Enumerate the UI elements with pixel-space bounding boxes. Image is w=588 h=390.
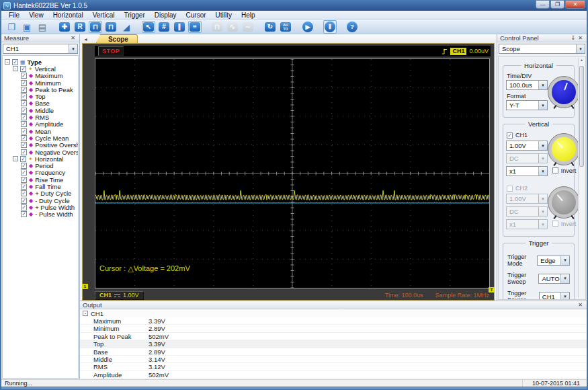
menu-horizontal[interactable]: Horizontal (48, 11, 88, 20)
tree-item-type[interactable]: -✓▦Type (3, 58, 78, 65)
horizontal-cursor-button[interactable]: ≡ (188, 21, 202, 33)
checkbox-icon[interactable]: ✓ (21, 128, 27, 134)
output-close-icon[interactable]: ✕ (577, 302, 584, 309)
help-button[interactable]: ? (345, 20, 359, 34)
timediv-select[interactable]: 100.0us▼ (506, 80, 548, 90)
checkbox-icon[interactable]: ✓ (21, 114, 27, 120)
tree-item-fall-time[interactable]: ✓◆Fall Time (3, 183, 78, 190)
control-scrollbar[interactable]: ▲ (578, 58, 585, 298)
panel-mode-select[interactable]: Scope ▼ (499, 44, 585, 54)
pulse-wave-button[interactable]: ⊓ (104, 21, 118, 33)
checkbox-icon[interactable]: ✓ (20, 66, 26, 72)
ch2-position-knob[interactable] (548, 186, 580, 219)
tree-item--duty-cycle[interactable]: ✓◆- Duty Cycle (3, 197, 78, 204)
tree-item-base[interactable]: ✓◆Base (3, 100, 78, 107)
ch1-scale-select[interactable]: 1.00V▼ (506, 141, 548, 151)
ch1-probe-select[interactable]: x1▼ (506, 166, 548, 176)
trigger-mode-select[interactable]: Edge▼ (537, 256, 570, 266)
control-close-icon[interactable]: ✕ (577, 35, 584, 42)
tree-item--duty-cycle[interactable]: ✓◆+ Duty Cycle (3, 190, 78, 197)
open-button[interactable]: ❐ (5, 21, 18, 34)
checkbox-icon[interactable]: ✓ (21, 121, 27, 127)
menu-help[interactable]: Help (237, 11, 260, 20)
checkbox-icon[interactable]: ✓ (21, 163, 27, 169)
tree-item-peak-to-peak[interactable]: ✓◆Peak to Peak (3, 86, 78, 93)
tree-item-positive-overshoot[interactable]: ✓◆Positive Overshoot (3, 142, 78, 149)
tree-item-negative-overshoot[interactable]: ✓◆Negative Overshoot (3, 149, 78, 155)
scrollbar-thumb[interactable] (579, 66, 584, 167)
measure-close-icon[interactable]: ✕ (69, 35, 77, 42)
ramp-wave-button[interactable]: ◢ (120, 21, 133, 34)
checkbox-icon[interactable]: ✓ (21, 73, 27, 79)
checkbox-icon[interactable]: ✓ (21, 142, 27, 148)
measure-channel-select[interactable]: CH1 ▼ (3, 44, 78, 54)
checkbox-icon[interactable]: ✓ (20, 156, 26, 162)
maximize-button[interactable]: ❐ (550, 0, 564, 9)
tree-item--pulse-width[interactable]: ✓◆- Pulse Width (3, 211, 78, 218)
save-button[interactable]: ▣ (20, 21, 34, 34)
start-button[interactable]: ▶ (301, 20, 314, 34)
checkbox-icon[interactable]: ✓ (21, 184, 27, 190)
checkbox-icon[interactable]: ✓ (21, 190, 27, 196)
checkbox-icon[interactable]: ✓ (21, 100, 27, 106)
auto-set-button[interactable]: AU TO (279, 21, 292, 33)
tree-item-vertical[interactable]: -✓✦Vertical (3, 65, 78, 72)
trigger-position-marker[interactable]: T (489, 287, 495, 292)
channel1-readout[interactable]: CH1 1.00V (95, 291, 144, 300)
collapse-icon[interactable]: - (13, 66, 18, 71)
square-wave-button[interactable]: ⊓ (89, 21, 102, 33)
minimize-button[interactable]: — (536, 0, 550, 9)
checkbox-icon[interactable]: ✓ (21, 149, 27, 155)
ch2-probe-select[interactable]: x1▼ (506, 219, 548, 229)
ch2-scale-select[interactable]: 1.00V▼ (506, 194, 548, 204)
format-select[interactable]: Y-T▼ (506, 100, 548, 110)
menu-trigger[interactable]: Trigger (119, 11, 149, 20)
self-calibration-button[interactable]: ✚ (58, 21, 71, 33)
collapse-icon[interactable]: - (83, 311, 88, 316)
grid-cursor-button[interactable]: # (157, 21, 171, 33)
tree-item-cycle-mean[interactable]: ✓◆Cycle Mean (3, 134, 78, 141)
ch2-invert-checkbox[interactable]: Invert (552, 221, 577, 227)
tab-scroll-left-icon[interactable]: ◄ (80, 37, 91, 43)
checkbox-icon[interactable]: ✓ (21, 135, 27, 141)
checkbox-icon[interactable]: ✓ (21, 204, 27, 210)
ch1-enable-checkbox[interactable]: ✓CH1 (507, 132, 548, 139)
tree-item-period[interactable]: ✓◆Period (3, 162, 78, 169)
tree-item-amplitude[interactable]: ✓◆Amplitude (3, 121, 78, 128)
run-state-indicator[interactable]: STOP (98, 46, 124, 56)
checkbox-icon[interactable]: ✓ (21, 177, 27, 183)
tree-item-rise-time[interactable]: ✓◆Rise Time (3, 176, 78, 183)
tree-item-top[interactable]: ✓◆Top (3, 93, 78, 100)
trigger-sweep-select[interactable]: AUTO▼ (538, 274, 570, 284)
menu-file[interactable]: File (4, 11, 24, 20)
tab-scope[interactable]: Scope (96, 34, 138, 43)
checkbox-icon[interactable]: ✓ (21, 80, 27, 86)
checkbox-icon[interactable]: ✓ (21, 198, 27, 204)
timebase-knob[interactable] (548, 76, 580, 108)
print-button[interactable]: ▤ (36, 21, 49, 34)
checkbox-icon[interactable]: ✓ (21, 93, 27, 100)
menu-cursor[interactable]: Cursor (181, 11, 211, 20)
tree-item-minimum[interactable]: ✓◆Minimum (3, 79, 78, 86)
ch1-position-knob[interactable] (548, 133, 580, 165)
trigger-source-select[interactable]: CH1▼ (539, 292, 570, 301)
tree-item-mean[interactable]: ✓◆Mean (3, 128, 78, 134)
checkbox-icon[interactable]: ✓ (21, 87, 27, 93)
tree-item-horizontal[interactable]: -✓✦Horizontal (3, 155, 78, 162)
menu-vertical[interactable]: Vertical (88, 11, 120, 20)
tree-item-maximum[interactable]: ✓◆Maximum (3, 73, 78, 79)
pause-button[interactable]: Ⅱ (323, 20, 337, 34)
ch1-invert-checkbox[interactable]: Invert (552, 167, 577, 174)
collapse-icon[interactable]: - (5, 59, 10, 65)
output-group-row[interactable]: - CH1 (80, 309, 587, 317)
scope-display[interactable]: Cursor : △Voltage = 202mV (95, 58, 490, 288)
collapse-icon[interactable]: - (13, 156, 18, 161)
vertical-cursor-button[interactable]: ∥ (173, 21, 186, 33)
ch2-coupling-select[interactable]: DC▼ (506, 206, 548, 217)
tree-item--pulse-width[interactable]: ✓◆+ Pulse Width (3, 204, 78, 210)
refresh-button[interactable]: ↻ (263, 21, 277, 33)
menu-display[interactable]: Display (150, 11, 181, 20)
pointer-tool-button[interactable]: ↖ (142, 21, 155, 33)
checkbox-icon[interactable]: ✓ (21, 211, 27, 217)
channel1-marker[interactable]: 1 (82, 284, 88, 289)
